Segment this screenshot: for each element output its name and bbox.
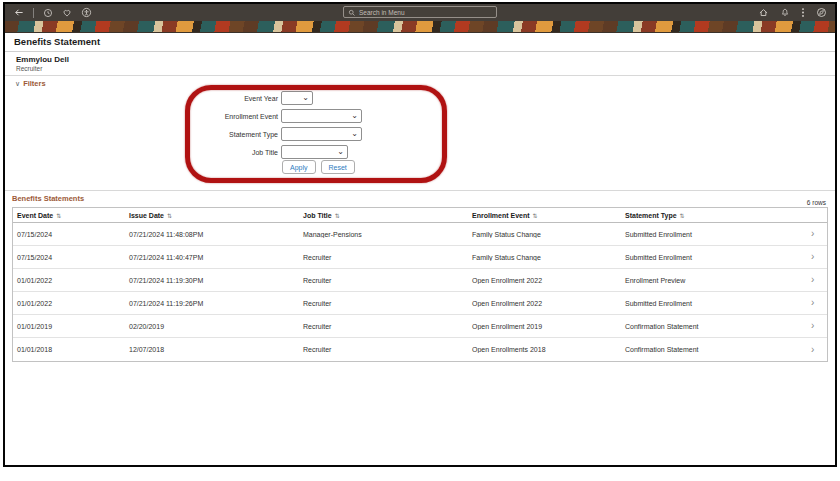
chevron-down-icon: ⌄: [302, 93, 309, 103]
cell-job-title: Manager-Pensions: [299, 231, 468, 238]
cell-statement-type: Submitted Enrollment: [621, 231, 809, 238]
table-header-row: Event Date⇅Issue Date⇅Job Title⇅Enrollme…: [13, 208, 827, 223]
sort-icon: ⇅: [56, 213, 61, 219]
cell-job-title: Recruiter: [299, 300, 468, 307]
global-top-bar: [5, 4, 835, 21]
column-label: Statement Type: [625, 212, 677, 219]
job-title-select[interactable]: ⌄: [281, 145, 348, 159]
filter-row-enrollment-event: Enrollment Event ⌄: [5, 109, 362, 123]
chevron-down-icon: ⌄: [351, 111, 358, 121]
statements-table: Event Date⇅Issue Date⇅Job Title⇅Enrollme…: [12, 207, 828, 362]
table-row[interactable]: 01/01/201902/20/2019RecruiterOpen Enroll…: [13, 315, 827, 338]
cell-issue-date: 12/07/2018: [125, 346, 299, 353]
row-chevron-icon: ›: [809, 298, 827, 308]
cell-enrollment-event: Open Enrollment 2022: [468, 300, 621, 307]
cell-event-date: 07/15/2024: [13, 254, 125, 261]
column-label: Job Title: [303, 212, 332, 219]
apply-button[interactable]: Apply: [282, 160, 316, 174]
navbar-compass-icon[interactable]: [816, 7, 827, 18]
accessibility-icon[interactable]: [81, 7, 92, 18]
column-header-event-date[interactable]: Event Date⇅: [13, 212, 125, 219]
row-chevron-icon: ›: [809, 252, 827, 262]
topbar-right-icons: [758, 7, 827, 18]
table-row[interactable]: 01/01/201812/07/2018RecruiterOpen Enroll…: [13, 338, 827, 361]
notifications-bell-icon[interactable]: [780, 7, 790, 18]
cell-job-title: Recruiter: [299, 277, 468, 284]
event-year-value: [282, 100, 285, 107]
cell-statement-type: Enrollment Preview: [621, 277, 809, 284]
column-label: Enrollment Event: [472, 212, 530, 219]
sort-icon: ⇅: [167, 213, 172, 219]
person-header: Emmylou Dell Recruiter: [5, 52, 835, 76]
sort-icon: ⇅: [335, 213, 340, 219]
column-label: Issue Date: [129, 212, 164, 219]
statement-type-label: Statement Type: [5, 131, 278, 138]
chevron-down-icon: ⌄: [351, 129, 358, 139]
topbar-divider: [33, 8, 34, 18]
topbar-left-icons: [13, 7, 92, 18]
cell-statement-type: Confirmation Statement: [621, 346, 809, 353]
sort-icon: ⇅: [533, 213, 538, 219]
theme-banner-image: [5, 21, 835, 33]
search-input[interactable]: [359, 9, 492, 16]
filters-section: ∨Filters Event Year ⌄ Enrollment Event ⌄…: [5, 76, 835, 191]
column-header-statement-type[interactable]: Statement Type⇅: [621, 212, 809, 219]
filter-row-job-title: Job Title ⌄: [5, 145, 348, 159]
cell-job-title: Recruiter: [299, 346, 468, 353]
row-chevron-icon: ›: [809, 345, 827, 355]
table-body: 07/15/202407/21/2024 11:48:08PMManager-P…: [13, 223, 827, 361]
column-header-job-title[interactable]: Job Title⇅: [299, 212, 468, 219]
cell-issue-date: 07/21/2024 11:19:30PM: [125, 277, 299, 284]
cell-enrollment-event: Open Enrollments 2018: [468, 346, 621, 353]
row-count-badge: 6 rows: [807, 199, 826, 206]
table-row[interactable]: 07/15/202407/21/2024 11:40:47PMRecruiter…: [13, 246, 827, 269]
cell-enrollment-event: Open Enrollment 2022: [468, 277, 621, 284]
statements-header: Benefits Statements 6 rows: [5, 191, 835, 207]
filter-row-statement-type: Statement Type ⌄: [5, 127, 362, 141]
chevron-down-icon: ∨: [15, 80, 20, 87]
column-header-issue-date[interactable]: Issue Date⇅: [125, 212, 299, 219]
cell-enrollment-event: Open Enrollment 2019: [468, 323, 621, 330]
cell-enrollment-event: Family Status Change: [468, 254, 621, 261]
filter-buttons: Apply Reset: [282, 160, 355, 174]
enrollment-event-select[interactable]: ⌄: [281, 109, 362, 123]
cell-event-date: 01/01/2018: [13, 346, 125, 353]
row-chevron-icon: ›: [809, 321, 827, 331]
favorites-heart-icon[interactable]: [62, 8, 72, 18]
job-title-label: Job Title: [5, 149, 278, 156]
table-row[interactable]: 07/15/202407/21/2024 11:48:08PMManager-P…: [13, 223, 827, 246]
cell-job-title: Recruiter: [299, 323, 468, 330]
column-label: Event Date: [17, 212, 53, 219]
recents-clock-icon[interactable]: [43, 8, 53, 18]
table-row[interactable]: 01/01/202207/21/2024 11:19:26PMRecruiter…: [13, 292, 827, 315]
row-chevron-icon: ›: [809, 229, 827, 239]
global-search: [343, 6, 497, 18]
cell-event-date: 01/01/2019: [13, 323, 125, 330]
cell-enrollment-event: Family Status Change: [468, 231, 621, 238]
column-header-enrollment-event[interactable]: Enrollment Event⇅: [468, 212, 621, 219]
actions-kebab-icon[interactable]: [801, 7, 805, 18]
enrollment-event-value: [282, 118, 285, 125]
home-icon[interactable]: [758, 7, 769, 18]
cell-event-date: 01/01/2022: [13, 300, 125, 307]
filters-label: Filters: [23, 79, 46, 88]
person-role: Recruiter: [16, 65, 835, 73]
back-icon[interactable]: [13, 7, 24, 18]
app-window: Benefits Statement Emmylou Dell Recruite…: [3, 2, 837, 467]
cell-issue-date: 07/21/2024 11:48:08PM: [125, 231, 299, 238]
page-title: Benefits Statement: [5, 33, 835, 52]
filters-toggle[interactable]: ∨Filters: [15, 79, 46, 88]
cell-issue-date: 07/21/2024 11:40:47PM: [125, 254, 299, 261]
cell-statement-type: Confirmation Statement: [621, 323, 809, 330]
statement-type-select[interactable]: ⌄: [281, 127, 362, 141]
cell-issue-date: 07/21/2024 11:19:26PM: [125, 300, 299, 307]
cell-statement-type: Submitted Enrollment: [621, 254, 809, 261]
event-year-select[interactable]: ⌄: [281, 91, 313, 105]
reset-button[interactable]: Reset: [321, 160, 355, 174]
cell-job-title: Recruiter: [299, 254, 468, 261]
row-chevron-icon: ›: [809, 275, 827, 285]
enrollment-event-label: Enrollment Event: [5, 113, 278, 120]
table-row[interactable]: 01/01/202207/21/2024 11:19:30PMRecruiter…: [13, 269, 827, 292]
cell-issue-date: 02/20/2019: [125, 323, 299, 330]
cell-event-date: 01/01/2022: [13, 277, 125, 284]
